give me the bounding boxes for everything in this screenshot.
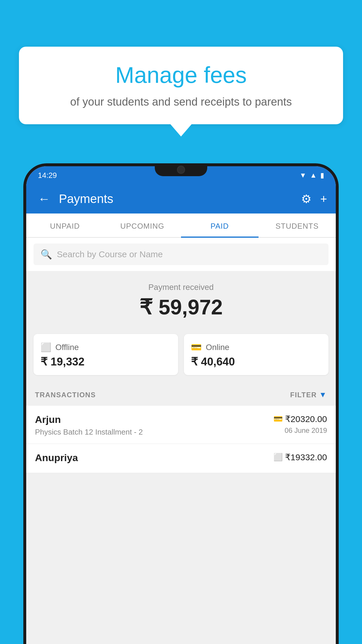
app-bar: ← Payments ⚙ + bbox=[26, 184, 336, 214]
student-name-arjun: Arjun bbox=[35, 414, 143, 425]
course-details-arjun: Physics Batch 12 Installment - 2 bbox=[35, 428, 143, 437]
wifi-icon: ▼ bbox=[299, 171, 306, 179]
transaction-right-arjun: 💳 ₹20320.00 06 June 2019 bbox=[273, 414, 327, 435]
phone-frame: 14:29 ▼ ▲ ▮ ← Payments ⚙ + UNPAID UPCOMI… bbox=[23, 163, 339, 644]
offline-card-header: ⬜ Offline bbox=[41, 342, 171, 352]
tooltip-card: Manage fees of your students and send re… bbox=[19, 47, 343, 124]
phone-notch bbox=[155, 163, 207, 176]
offline-amount: ₹ 19,332 bbox=[41, 355, 171, 368]
filter-icon: ▼ bbox=[319, 390, 327, 399]
status-icons: ▼ ▲ ▮ bbox=[299, 171, 324, 179]
back-button[interactable]: ← bbox=[35, 189, 53, 209]
search-input[interactable]: Search by Course or Name bbox=[57, 249, 163, 259]
transaction-date-arjun: 06 June 2019 bbox=[273, 426, 327, 435]
online-card-header: 💳 Online bbox=[191, 342, 321, 352]
status-time: 14:29 bbox=[38, 171, 57, 180]
online-amount: ₹ 40,640 bbox=[191, 355, 321, 368]
offline-label: Offline bbox=[55, 343, 79, 352]
search-container: 🔍 Search by Course or Name bbox=[26, 238, 336, 271]
offline-payment-card: ⬜ Offline ₹ 19,332 bbox=[34, 334, 178, 375]
transactions-label: TRANSACTIONS bbox=[35, 391, 96, 399]
tab-upcoming[interactable]: UPCOMING bbox=[104, 214, 181, 237]
offline-payment-type-icon: ⬜ bbox=[273, 453, 283, 462]
signal-icon: ▲ bbox=[310, 171, 317, 179]
transaction-left-arjun: Arjun Physics Batch 12 Installment - 2 bbox=[35, 414, 143, 437]
settings-icon[interactable]: ⚙ bbox=[301, 192, 312, 206]
add-icon[interactable]: + bbox=[320, 192, 327, 206]
tab-paid[interactable]: PAID bbox=[181, 214, 259, 237]
tab-unpaid[interactable]: UNPAID bbox=[26, 214, 104, 237]
online-payment-icon: 💳 bbox=[191, 342, 202, 352]
tab-students[interactable]: STUDENTS bbox=[259, 214, 336, 237]
app-bar-title: Payments bbox=[59, 192, 295, 206]
search-icon: 🔍 bbox=[41, 249, 52, 260]
transaction-row[interactable]: Anupriya ⬜ ₹19332.00 bbox=[26, 444, 336, 473]
online-payment-type-icon: 💳 bbox=[273, 414, 283, 424]
tabs-bar: UNPAID UPCOMING PAID STUDENTS bbox=[26, 214, 336, 238]
tooltip-title: Manage fees bbox=[36, 63, 326, 88]
payment-received-section: Payment received ₹ 59,972 bbox=[26, 271, 336, 328]
battery-icon: ▮ bbox=[320, 171, 324, 179]
payment-cards-row: ⬜ Offline ₹ 19,332 💳 Online ₹ 40,640 bbox=[26, 328, 336, 384]
transaction-left-anupriya: Anupriya bbox=[35, 452, 78, 466]
search-bar[interactable]: 🔍 Search by Course or Name bbox=[34, 244, 328, 265]
transactions-header: TRANSACTIONS FILTER ▼ bbox=[26, 384, 336, 406]
front-camera bbox=[177, 166, 185, 174]
app-bar-actions: ⚙ + bbox=[301, 192, 327, 206]
student-name-anupriya: Anupriya bbox=[35, 452, 78, 463]
transaction-right-anupriya: ⬜ ₹19332.00 bbox=[273, 452, 327, 465]
payment-received-label: Payment received bbox=[35, 283, 327, 292]
phone-screen: 14:29 ▼ ▲ ▮ ← Payments ⚙ + UNPAID UPCOMI… bbox=[26, 166, 336, 644]
online-payment-card: 💳 Online ₹ 40,640 bbox=[184, 334, 328, 375]
tooltip-subtitle: of your students and send receipts to pa… bbox=[36, 94, 326, 110]
offline-payment-icon: ⬜ bbox=[41, 342, 51, 352]
online-label: Online bbox=[206, 343, 229, 352]
transaction-row[interactable]: Arjun Physics Batch 12 Installment - 2 💳… bbox=[26, 406, 336, 444]
transaction-amount-anupriya: ⬜ ₹19332.00 bbox=[273, 452, 327, 462]
filter-button[interactable]: FILTER ▼ bbox=[290, 390, 327, 399]
transaction-amount-arjun: 💳 ₹20320.00 bbox=[273, 414, 327, 424]
payment-amount: ₹ 59,972 bbox=[35, 295, 327, 319]
